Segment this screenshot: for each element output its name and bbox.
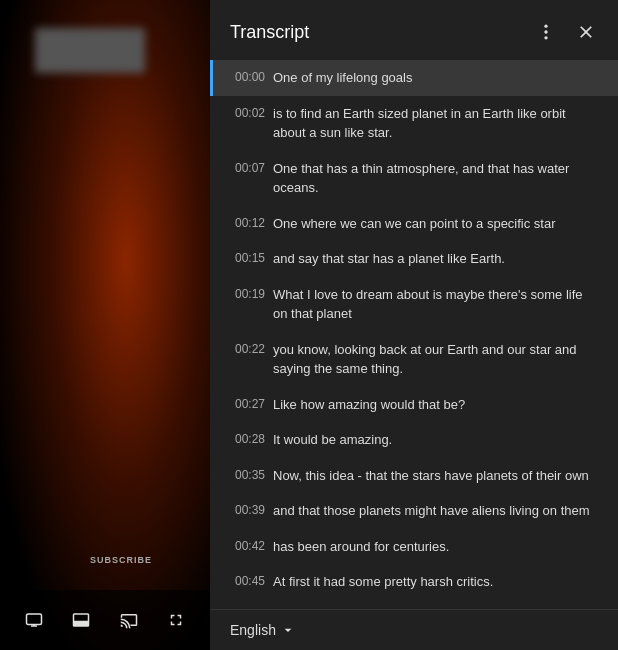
- transcript-item[interactable]: 00:22you know, looking back at our Earth…: [210, 332, 618, 387]
- transcript-item[interactable]: 00:27Like how amazing would that be?: [210, 387, 618, 423]
- transcript-list[interactable]: 00:00One of my lifelong goals00:02is to …: [210, 60, 618, 609]
- close-transcript-button[interactable]: [570, 16, 602, 48]
- transcript-text: and that those planets might have aliens…: [273, 501, 598, 521]
- transcript-item[interactable]: 00:19What I love to dream about is maybe…: [210, 277, 618, 332]
- transcript-item[interactable]: 00:35Now, this idea - that the stars hav…: [210, 458, 618, 494]
- svg-point-5: [544, 25, 547, 28]
- transcript-item[interactable]: 00:12One where we can we can point to a …: [210, 206, 618, 242]
- blurred-region: [35, 28, 145, 73]
- transcript-footer: English: [210, 609, 618, 650]
- transcript-item[interactable]: 00:42has been around for centuries.: [210, 529, 618, 565]
- transcript-text: is to find an Earth sized planet in an E…: [273, 104, 598, 143]
- transcript-item[interactable]: 00:28It would be amazing.: [210, 422, 618, 458]
- svg-point-6: [544, 30, 547, 33]
- transcript-item[interactable]: 00:07One that has a thin atmosphere, and…: [210, 151, 618, 206]
- transcript-timestamp: 00:27: [221, 395, 273, 411]
- transcript-text: What I love to dream about is maybe ther…: [273, 285, 598, 324]
- transcript-timestamp: 00:22: [221, 340, 273, 356]
- transcript-header: Transcript: [210, 0, 618, 60]
- svg-rect-0: [26, 614, 41, 625]
- transcript-item[interactable]: 00:39and that those planets might have a…: [210, 493, 618, 529]
- transcript-item[interactable]: 00:00One of my lifelong goals: [210, 60, 618, 96]
- video-background: [0, 0, 210, 650]
- transcript-timestamp: 00:28: [221, 430, 273, 446]
- transcript-text: Now, this idea - that the stars have pla…: [273, 466, 598, 486]
- transcript-item[interactable]: 00:02is to find an Earth sized planet in…: [210, 96, 618, 151]
- language-selector[interactable]: English: [230, 622, 598, 638]
- video-player: SUBSCRIBE: [0, 0, 210, 650]
- fullscreen-icon[interactable]: [165, 609, 187, 631]
- transcript-timestamp: 00:19: [221, 285, 273, 301]
- miniplayer-icon[interactable]: [23, 609, 45, 631]
- transcript-title: Transcript: [230, 22, 309, 43]
- transcript-timestamp: 00:15: [221, 249, 273, 265]
- transcript-text: One that has a thin atmosphere, and that…: [273, 159, 598, 198]
- transcript-item[interactable]: 00:15and say that star has a planet like…: [210, 241, 618, 277]
- subscribe-button[interactable]: SUBSCRIBE: [90, 555, 152, 565]
- transcript-text: has been around for centuries.: [273, 537, 598, 557]
- transcript-panel: Transcript 00:00One of my lifelong goals…: [210, 0, 618, 650]
- transcript-timestamp: 00:39: [221, 501, 273, 517]
- transcript-timestamp: 00:02: [221, 104, 273, 120]
- transcript-timestamp: 00:45: [221, 572, 273, 588]
- language-label: English: [230, 622, 276, 638]
- transcript-timestamp: 00:35: [221, 466, 273, 482]
- transcript-timestamp: 00:07: [221, 159, 273, 175]
- svg-point-7: [544, 36, 547, 39]
- svg-rect-4: [74, 621, 89, 626]
- transcript-timestamp: 00:12: [221, 214, 273, 230]
- transcript-text: One of my lifelong goals: [273, 68, 598, 88]
- transcript-text: One where we can we can point to a speci…: [273, 214, 598, 234]
- transcript-text: It would be amazing.: [273, 430, 598, 450]
- cast-icon[interactable]: [118, 609, 140, 631]
- transcript-text: and say that star has a planet like Eart…: [273, 249, 598, 269]
- transcript-timestamp: 00:00: [221, 68, 273, 84]
- transcript-text: you know, looking back at our Earth and …: [273, 340, 598, 379]
- more-options-button[interactable]: [530, 16, 562, 48]
- transcript-item[interactable]: 00:48But by 20th century, it was mainstr…: [210, 600, 618, 610]
- video-controls-bar: [0, 590, 210, 650]
- transcript-timestamp: 00:42: [221, 537, 273, 553]
- theater-mode-icon[interactable]: [70, 609, 92, 631]
- transcript-item[interactable]: 00:45At first it had some pretty harsh c…: [210, 564, 618, 600]
- header-actions: [530, 16, 602, 48]
- transcript-text: At first it had some pretty harsh critic…: [273, 572, 598, 592]
- transcript-text: Like how amazing would that be?: [273, 395, 598, 415]
